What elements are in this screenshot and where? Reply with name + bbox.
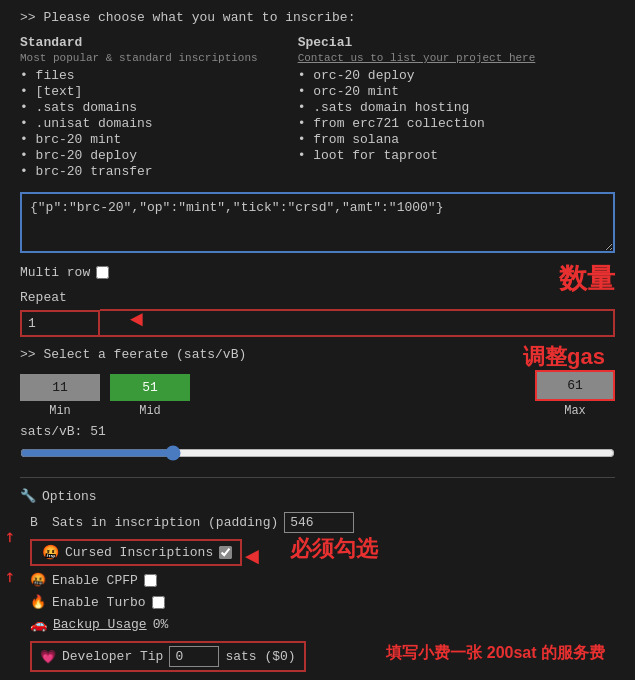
multirow-checkbox[interactable]	[96, 266, 109, 279]
sats-padding-label: Sats in inscription (padding)	[52, 515, 278, 530]
mid-feerate-group: 51 Mid	[110, 374, 190, 418]
special-header: Special	[298, 35, 536, 50]
cpfp-label: Enable CPFP	[52, 573, 138, 588]
cursed-row: 🤬 Cursed Inscriptions	[30, 539, 242, 566]
standard-subtext: Most popular & standard inscriptions	[20, 52, 258, 64]
backup-icon: 🚗	[30, 616, 47, 633]
divider-1	[20, 477, 615, 478]
list-item: brc-20 deploy	[20, 148, 258, 163]
list-item: loot for taproot	[298, 148, 536, 163]
sats-padding-letter: B	[30, 515, 46, 530]
list-item: from erc721 collection	[298, 116, 536, 131]
standard-list: files [text] .sats domains .unisat domai…	[20, 68, 258, 179]
list-item: brc-20 mint	[20, 132, 258, 147]
multirow-label: Multi row	[20, 265, 90, 280]
dev-tip-suffix: sats ($0)	[225, 649, 295, 664]
list-item: .sats domain hosting	[298, 100, 536, 115]
mid-feerate-button[interactable]: 51	[110, 374, 190, 401]
max-feerate-group: 61 Max	[535, 370, 615, 418]
turbo-icon: 🔥	[30, 594, 46, 610]
repeat-bar	[100, 309, 615, 337]
repeat-label: Repeat	[20, 290, 67, 305]
sats-padding-row: B Sats in inscription (padding)	[20, 512, 615, 533]
list-item: brc-20 transfer	[20, 164, 258, 179]
backup-row: 🚗 Backup Usage 0%	[20, 616, 615, 633]
list-item: from solana	[298, 132, 536, 147]
must-check-annotation: 必须勾选	[290, 534, 378, 564]
wrench-icon: 🔧	[20, 488, 36, 504]
service-fee-annotation: 填写小费一张 200sat 的服务费	[386, 644, 605, 661]
cursed-icon: 🤬	[42, 544, 59, 561]
standard-column: Standard Most popular & standard inscrip…	[20, 35, 258, 180]
dev-tip-row: 💗 Developer Tip sats ($0)	[30, 641, 306, 672]
cpfp-icon: 🤬	[30, 572, 46, 588]
mid-feerate-label: Mid	[139, 404, 161, 418]
cursed-arrow: ◄	[245, 544, 259, 571]
cpfp-checkbox[interactable]	[144, 574, 157, 587]
max-feerate-button[interactable]: 61	[535, 370, 615, 401]
min-feerate-group: 11 Min	[20, 374, 100, 418]
dev-tip-input[interactable]	[169, 646, 219, 667]
gas-annotation: 调整gas	[523, 344, 605, 369]
list-item: orc-20 deploy	[298, 68, 536, 83]
turbo-label: Enable Turbo	[52, 595, 146, 610]
backup-val: 0%	[153, 617, 169, 632]
list-item: [text]	[20, 84, 258, 99]
cursed-label: Cursed Inscriptions	[65, 545, 213, 560]
max-feerate-label: Max	[564, 404, 586, 418]
backup-label: Backup Usage	[53, 617, 147, 632]
list-item: .unisat domains	[20, 116, 258, 131]
page-title: >> Please choose what you want to inscri…	[20, 10, 615, 25]
contact-link[interactable]: Contact us to list your project here	[298, 52, 536, 64]
list-item: .sats domains	[20, 100, 258, 115]
min-feerate-label: Min	[49, 404, 71, 418]
special-list: orc-20 deploy orc-20 mint .sats domain h…	[298, 68, 536, 163]
turbo-row: 🔥 Enable Turbo	[20, 594, 615, 610]
sats-padding-input[interactable]	[284, 512, 354, 533]
dev-tip-icon: 💗	[40, 649, 56, 665]
cpfp-row: 🤬 Enable CPFP	[20, 572, 615, 588]
list-item: orc-20 mint	[298, 84, 536, 99]
repeat-arrow: ◄	[130, 308, 143, 333]
sats-vb-display: sats/vB: 51	[20, 424, 615, 439]
options-title: Options	[42, 489, 97, 504]
turbo-checkbox[interactable]	[152, 596, 165, 609]
repeat-input[interactable]	[20, 310, 100, 337]
feerate-slider[interactable]	[20, 445, 615, 461]
standard-header: Standard	[20, 35, 258, 50]
cursed-checkbox[interactable]	[219, 546, 232, 559]
inscription-input[interactable]	[20, 192, 615, 253]
dev-tip-label: Developer Tip	[62, 649, 163, 664]
min-feerate-button[interactable]: 11	[20, 374, 100, 401]
list-item: files	[20, 68, 258, 83]
special-column: Special Contact us to list your project …	[298, 35, 536, 180]
special-subtext: Contact us to list your project here	[298, 52, 536, 64]
qty-annotation: 数量	[559, 260, 615, 298]
